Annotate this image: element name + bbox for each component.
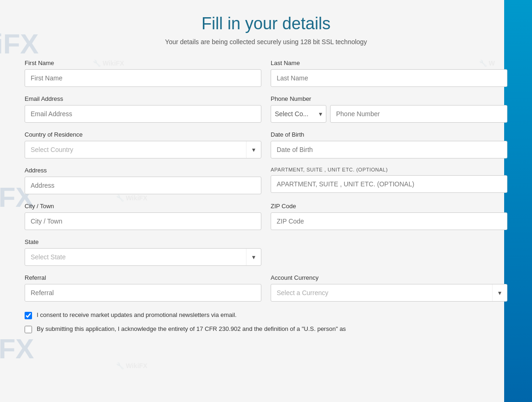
referral-input[interactable]	[25, 284, 261, 302]
currency-select[interactable]: Select a Currency ▾	[271, 284, 507, 302]
state-group: State Select State ▾	[25, 238, 261, 266]
apartment-input[interactable]	[271, 175, 507, 193]
phone-number-input[interactable]	[330, 105, 507, 123]
acknowledge-checkbox[interactable]	[25, 326, 32, 333]
country-select[interactable]: Select Country ▾	[25, 141, 261, 158]
state-row: State Select State ▾	[25, 238, 507, 266]
country-arrow-icon: ▾	[246, 141, 261, 158]
country-select-text: Select Country	[25, 141, 246, 158]
email-phone-row: Email Address Phone Number Select Co... …	[25, 95, 507, 123]
referral-group: Referral	[25, 274, 261, 302]
first-name-group: First Name	[25, 59, 261, 87]
main-content: Fill in your details Your details are be…	[15, 0, 517, 357]
first-name-input[interactable]	[25, 69, 261, 87]
page-subtitle: Your details are being collected securel…	[25, 38, 507, 46]
consent-checkbox-row: I consent to receive market updates and …	[25, 311, 507, 319]
state-arrow-icon: ▾	[246, 249, 261, 265]
referral-label: Referral	[25, 274, 261, 281]
country-dob-row: Country of Residence Select Country ▾ Da…	[25, 131, 507, 158]
address-row: Address APARTMENT, SUITE , UNIT ETC. (OP…	[25, 167, 507, 194]
apartment-label: APARTMENT, SUITE , UNIT ETC. (OPTIONAL)	[271, 167, 507, 172]
consent-checkbox-label: I consent to receive market updates and …	[37, 311, 237, 319]
phone-country-text: Select Co...	[271, 105, 315, 122]
country-label: Country of Residence	[25, 131, 261, 138]
currency-select-text: Select a Currency	[271, 284, 492, 301]
page-title: Fill in your details	[25, 14, 507, 33]
acknowledge-checkbox-label: By submitting this application, I acknow…	[37, 325, 346, 333]
referral-currency-row: Referral Account Currency Select a Curre…	[25, 274, 507, 302]
phone-label: Phone Number	[271, 95, 507, 102]
email-input[interactable]	[25, 105, 261, 123]
city-label: City / Town	[25, 203, 261, 210]
dob-label: Date of Birth	[271, 131, 507, 138]
acknowledge-checkbox-row: By submitting this application, I acknow…	[25, 325, 507, 333]
email-group: Email Address	[25, 95, 261, 123]
zip-label: ZIP Code	[271, 203, 507, 210]
country-group: Country of Residence Select Country ▾	[25, 131, 261, 158]
page-wrapper: iFX 🔧 WikiFX 🔧 W iFX 🔧 WikiFX iFX 🔧 Wiki…	[0, 0, 532, 402]
dob-input[interactable]	[271, 141, 507, 158]
phone-row: Select Co... ▾	[271, 105, 507, 123]
phone-country-arrow-icon: ▾	[315, 105, 326, 122]
address-label: Address	[25, 167, 261, 174]
email-label: Email Address	[25, 95, 261, 102]
state-label: State	[25, 238, 261, 245]
zip-input[interactable]	[271, 212, 507, 230]
last-name-input[interactable]	[271, 69, 507, 87]
state-empty-col	[271, 238, 507, 266]
last-name-group: Last Name	[271, 59, 507, 87]
currency-arrow-icon: ▾	[492, 284, 507, 301]
checkboxes-section: I consent to receive market updates and …	[25, 311, 507, 333]
apartment-group: APARTMENT, SUITE , UNIT ETC. (OPTIONAL)	[271, 167, 507, 194]
state-select[interactable]: Select State ▾	[25, 248, 261, 266]
state-select-text: Select State	[25, 249, 246, 265]
phone-country-select[interactable]: Select Co... ▾	[271, 105, 326, 123]
phone-group: Phone Number Select Co... ▾	[271, 95, 507, 123]
zip-group: ZIP Code	[271, 203, 507, 230]
last-name-label: Last Name	[271, 59, 507, 66]
currency-group: Account Currency Select a Currency ▾	[271, 274, 507, 302]
dob-group: Date of Birth	[271, 131, 507, 158]
first-name-label: First Name	[25, 59, 261, 66]
name-row: First Name Last Name	[25, 59, 507, 87]
city-zip-row: City / Town ZIP Code	[25, 203, 507, 230]
consent-checkbox[interactable]	[25, 312, 32, 319]
city-group: City / Town	[25, 203, 261, 230]
currency-label: Account Currency	[271, 274, 507, 281]
city-input[interactable]	[25, 212, 261, 230]
address-group: Address	[25, 167, 261, 194]
address-input[interactable]	[25, 177, 261, 194]
